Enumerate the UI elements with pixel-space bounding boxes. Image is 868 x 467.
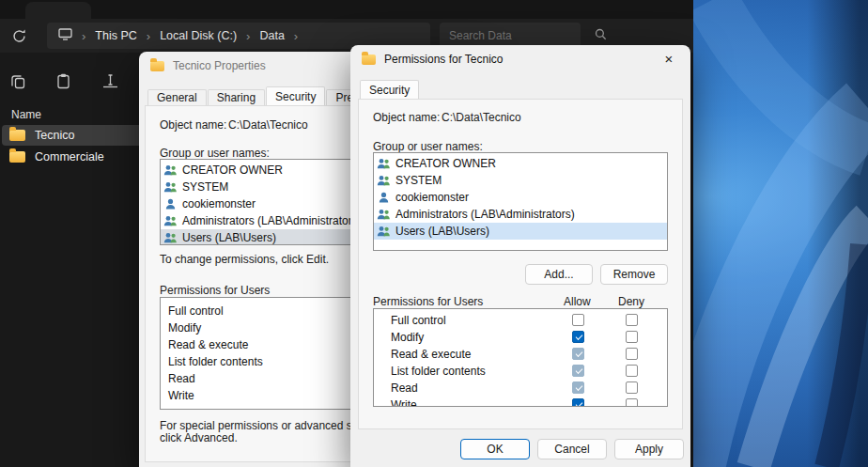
- remove-button[interactable]: Remove: [600, 264, 668, 285]
- group-list: CREATOR OWNER SYSTEM cookiemonster Admin…: [373, 152, 668, 251]
- permissions-dialog-tabs: Security: [360, 79, 420, 99]
- deny-checkbox[interactable]: [626, 398, 638, 407]
- edit-hint: To change permissions, click Edit.: [160, 253, 329, 266]
- group-icon: [163, 181, 178, 193]
- group-icon: [163, 164, 178, 176]
- allow-checkbox[interactable]: [572, 331, 584, 343]
- deny-checkbox[interactable]: [626, 331, 638, 343]
- deny-checkbox[interactable]: [626, 381, 638, 394]
- tab-security[interactable]: Security: [360, 80, 419, 99]
- permission-row: Read: [374, 380, 667, 397]
- allow-checkbox[interactable]: [572, 381, 584, 394]
- folder-icon: [150, 61, 164, 71]
- group-name: SYSTEM: [182, 180, 228, 194]
- group-list-item[interactable]: SYSTEM: [374, 172, 667, 189]
- group-name: Administrators (LAB\Administrators): [395, 208, 575, 221]
- search-input[interactable]: [449, 29, 595, 42]
- explorer-tab[interactable]: [25, 2, 91, 19]
- deny-column-header: Deny: [618, 295, 644, 308]
- permission-name: List folder contents: [391, 365, 486, 378]
- advanced-hint-line2: click Advanced.: [160, 431, 238, 444]
- allow-checkbox[interactable]: [572, 314, 584, 326]
- permissions-label: Permissions for Users: [373, 295, 483, 308]
- allow-checkbox[interactable]: [572, 365, 584, 377]
- user-icon: [377, 192, 391, 203]
- apply-button[interactable]: Apply: [614, 439, 684, 459]
- permission-name: Read: [391, 381, 418, 395]
- user-icon: [163, 198, 178, 210]
- allow-checkbox[interactable]: [572, 348, 584, 360]
- chevron-right-icon: ›: [246, 29, 250, 43]
- folder-name: Commerciale: [35, 150, 104, 163]
- group-list-item[interactable]: CREATOR OWNER: [374, 155, 667, 172]
- deny-checkbox[interactable]: [626, 314, 638, 326]
- permission-name: Full control: [391, 314, 446, 327]
- permissions-dialog-titlebar[interactable]: Permissions for Tecnico: [350, 45, 690, 73]
- refresh-icon[interactable]: [11, 28, 27, 44]
- rename-icon[interactable]: [101, 72, 119, 90]
- group-list-item[interactable]: Administrators (LAB\Administrators): [374, 206, 667, 223]
- permission-name: Read & execute: [391, 348, 471, 361]
- group-names-label: Group or user names:: [160, 147, 270, 160]
- object-name-label: Object name:: [373, 111, 440, 124]
- tab-security[interactable]: Security: [266, 86, 325, 105]
- chevron-right-icon: ›: [294, 29, 298, 43]
- folder-icon: [9, 130, 25, 141]
- group-icon: [163, 215, 178, 226]
- folder-icon: [9, 151, 25, 163]
- allow-checkbox[interactable]: [572, 398, 584, 407]
- properties-dialog-title: Tecnico Properties: [173, 59, 266, 72]
- group-icon: [377, 175, 391, 186]
- breadcrumb-data[interactable]: Data: [259, 29, 284, 42]
- chevron-right-icon: ›: [82, 29, 85, 43]
- group-name: Administrators (LAB\Administrators): [182, 214, 362, 227]
- group-icon: [377, 158, 391, 169]
- tab-general[interactable]: General: [147, 89, 207, 105]
- permission-row: Full control: [374, 312, 667, 329]
- group-list-item-selected[interactable]: Users (LAB\Users): [374, 223, 667, 240]
- permission-name: Modify: [391, 331, 424, 344]
- object-name-label: Object name:: [160, 118, 226, 132]
- group-icon: [377, 226, 391, 237]
- group-name: CREATOR OWNER: [395, 157, 496, 170]
- desktop: › This PC › Local Disk (C:) › Data ›: [0, 0, 868, 467]
- allow-column-header: Allow: [564, 295, 591, 308]
- permission-row: Modify: [374, 329, 667, 346]
- this-pc-icon: [58, 27, 72, 44]
- folder-name: Tecnico: [35, 129, 74, 142]
- folder-icon: [362, 54, 376, 65]
- permissions-list: Full control Modify Read & execute List …: [373, 308, 668, 407]
- permission-name: Write: [391, 398, 417, 407]
- deny-checkbox[interactable]: [626, 348, 638, 360]
- group-list-item[interactable]: cookiemonster: [374, 189, 667, 206]
- add-button[interactable]: Add...: [525, 264, 593, 285]
- deny-checkbox[interactable]: [626, 365, 638, 377]
- permissions-dialog-title: Permissions for Tecnico: [384, 53, 504, 66]
- permissions-dialog: Permissions for Tecnico × Security Objec…: [350, 45, 690, 467]
- group-name: cookiemonster: [395, 191, 469, 204]
- group-name: Users (LAB\Users): [182, 231, 276, 244]
- paste-icon[interactable]: [54, 72, 72, 90]
- group-name: Users (LAB\Users): [395, 225, 489, 238]
- breadcrumb-this-pc[interactable]: This PC: [95, 29, 136, 42]
- chevron-right-icon: ›: [147, 29, 150, 43]
- copy-icon[interactable]: [9, 72, 27, 90]
- group-icon: [377, 209, 391, 220]
- tab-sharing[interactable]: Sharing: [208, 89, 265, 105]
- cancel-button[interactable]: Cancel: [537, 439, 607, 459]
- object-name-value: C:\Data\Tecnico: [442, 111, 521, 124]
- explorer-tab-strip: [0, 0, 693, 19]
- group-name: SYSTEM: [395, 174, 442, 187]
- group-name: cookiemonster: [182, 197, 256, 210]
- group-name: CREATOR OWNER: [182, 163, 283, 177]
- object-name-value: C:\Data\Tecnico: [228, 118, 308, 132]
- ok-button[interactable]: OK: [460, 439, 530, 459]
- breadcrumb-local-disk[interactable]: Local Disk (C:): [160, 29, 237, 42]
- column-header-name[interactable]: Name: [11, 108, 41, 121]
- permission-row: Write: [374, 397, 667, 407]
- close-icon[interactable]: ×: [655, 48, 683, 70]
- search-icon[interactable]: [595, 27, 607, 44]
- permission-row: List folder contents: [374, 363, 667, 380]
- group-icon: [163, 232, 178, 243]
- group-names-label: Group or user names:: [373, 140, 483, 153]
